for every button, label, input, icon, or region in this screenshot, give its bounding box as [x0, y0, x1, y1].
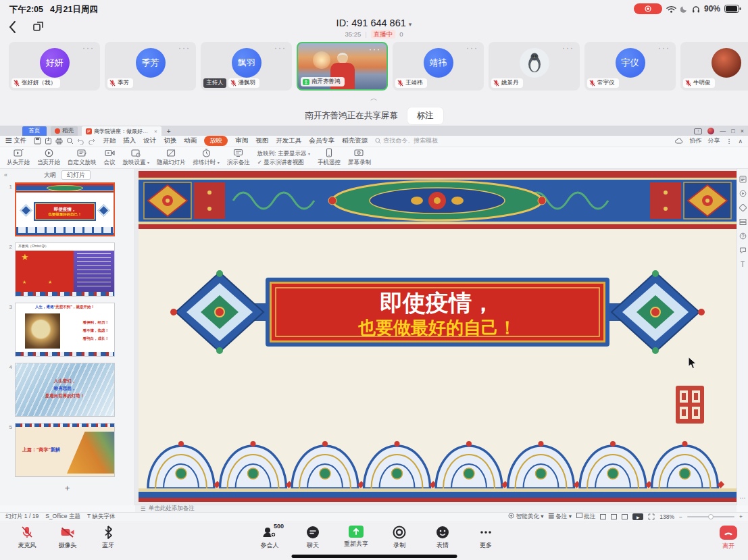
slideshow-play-button[interactable]: ▶ — [632, 513, 643, 520]
home-indicator[interactable] — [291, 555, 457, 558]
menu-slideshow-active[interactable]: 放映 — [204, 136, 228, 146]
smart-beautify-button[interactable]: 智能美化 ▾ — [508, 513, 543, 521]
zoom-out-button[interactable]: − — [679, 513, 682, 520]
participant-tile[interactable]: ··· 姚景丹 — [489, 42, 580, 91]
menu-developer[interactable]: 开发工具 — [276, 136, 301, 145]
file-menu[interactable]: ☰ 文件 — [5, 136, 26, 145]
properties-icon[interactable] — [739, 176, 747, 183]
zoom-slider-knob[interactable] — [708, 514, 714, 519]
selection-pane-icon[interactable] — [739, 218, 747, 226]
window-minimize-button[interactable]: — — [720, 128, 726, 134]
menu-view[interactable]: 视图 — [255, 136, 268, 145]
display-target-settings[interactable]: 放映到: 主要显示器 ▾ ✓ 显示演讲者视图 — [257, 149, 310, 166]
show-settings-button[interactable]: 放映设置 ▾ — [123, 149, 149, 167]
save-icon[interactable] — [34, 137, 41, 145]
reading-view-button[interactable] — [622, 514, 628, 519]
zoom-percent[interactable]: 138% — [659, 513, 674, 520]
zoom-in-button[interactable]: + — [739, 513, 743, 520]
reshare-button[interactable]: 重新共享 — [339, 526, 374, 550]
participant-tile[interactable]: ··· 季芳 季芳 — [105, 42, 196, 91]
tile-more-icon[interactable]: ··· — [369, 45, 381, 54]
tab-home[interactable]: 首页 — [22, 126, 47, 136]
menu-start[interactable]: 开始 — [103, 136, 116, 145]
participant-tile[interactable]: ··· 宇仪 常宇仪 — [584, 42, 676, 91]
help-icon[interactable] — [739, 232, 747, 240]
leave-button[interactable]: 离开 — [720, 526, 737, 551]
more-vert-icon[interactable]: ⋮ — [726, 138, 732, 145]
rehearse-timing-button[interactable]: 排练计时 ▾ — [193, 149, 219, 167]
meeting-button[interactable]: 会议 — [104, 149, 116, 167]
mic-button[interactable]: 麦克风 — [9, 526, 45, 550]
menu-design[interactable]: 设计 — [143, 136, 156, 145]
text-tool-icon[interactable]: T — [741, 261, 745, 268]
menu-insert[interactable]: 插入 — [123, 136, 136, 145]
undo-icon[interactable] — [77, 138, 84, 145]
tile-more-icon[interactable]: ··· — [562, 43, 574, 53]
presenter-notes-button[interactable]: 演示备注 — [227, 149, 250, 167]
tab-document[interactable]: P商学院讲座：做最好的自己.pptx× — [82, 126, 161, 136]
panel-collapse-icon[interactable]: « — [4, 172, 7, 178]
slide-thumb-2[interactable]: 2 齐善鸿（Christ Qi） ★ ★ ★ — [0, 243, 134, 297]
record-button[interactable]: 录制 — [382, 526, 417, 550]
notes-bar[interactable]: ☰ 单击此处添加备注 — [135, 505, 737, 512]
notice-icon[interactable]: ! — [694, 128, 702, 134]
comment-pane-icon[interactable] — [739, 247, 747, 254]
zoom-slider[interactable] — [687, 516, 734, 517]
notes-toggle[interactable]: ☰ 备注 ▾ — [548, 513, 572, 521]
chat-button[interactable]: 聊天 — [295, 526, 330, 550]
menu-animation[interactable]: 动画 — [184, 136, 197, 145]
tile-more-icon[interactable]: ··· — [466, 43, 478, 53]
screen-recording-indicator[interactable] — [634, 3, 662, 14]
outline-tab[interactable]: 大纲 — [44, 171, 56, 180]
bluetooth-button[interactable]: 蓝牙 — [91, 526, 126, 550]
share-button[interactable]: 分享 — [707, 136, 720, 145]
tab-docer[interactable]: 稻壳 — [51, 126, 78, 136]
participant-tile[interactable]: ··· 好妍 张好妍（我） — [9, 42, 100, 91]
comments-toggle[interactable]: 批注 — [576, 513, 595, 521]
tile-more-icon[interactable]: ··· — [178, 43, 191, 53]
slide-thumb-5[interactable]: 5 上篇：“商学”新解 — [0, 423, 134, 477]
menu-review[interactable]: 审阅 — [235, 136, 248, 145]
missing-font-warning[interactable]: T 缺失字体 — [87, 513, 115, 521]
open-in-window-button[interactable] — [32, 20, 45, 35]
slide-thumb-3[interactable]: 3 人生，遭遇“意想不到”，就是开始！ 看得到，经历！看不懂，焦虑！看明白，成长… — [0, 303, 134, 357]
participant-tile[interactable]: ··· 飘羽 主持人潘飘羽 — [201, 42, 292, 91]
command-search[interactable]: 查找命令、搜索模板 — [375, 136, 438, 145]
more-button[interactable]: 更多 — [468, 526, 503, 550]
phone-remote-button[interactable]: 手机遥控 — [318, 148, 341, 167]
menu-docer-resources[interactable]: 稻壳资源 — [342, 136, 368, 145]
wps-account-avatar[interactable] — [707, 128, 714, 134]
shape-fill-icon[interactable] — [739, 204, 747, 211]
add-slide-button[interactable]: + — [0, 483, 134, 493]
back-button[interactable] — [8, 20, 16, 36]
slide-canvas[interactable]: 即使疫情， 也要做最好的自己！ — [135, 169, 737, 505]
screen-record-button[interactable]: 屏幕录制 — [348, 149, 371, 167]
print-icon[interactable] — [55, 137, 63, 145]
tile-more-icon[interactable]: ··· — [274, 43, 286, 53]
slide-thumb-1[interactable]: 1 即使疫情，也要做最好的自己！ — [0, 182, 134, 236]
collapse-strip-chevron[interactable]: ︿ — [370, 93, 378, 103]
participant-tile-active-speaker[interactable]: ··· 南开齐善鸿 — [297, 42, 388, 91]
collaborate-button[interactable]: 协作 — [689, 136, 701, 145]
new-tab-button[interactable]: + — [167, 126, 171, 136]
normal-view-button[interactable] — [600, 514, 606, 519]
hide-slide-button[interactable]: 隐藏幻灯片 — [157, 149, 186, 167]
preview-icon[interactable] — [66, 137, 74, 145]
participants-button[interactable]: 500 参会人 — [252, 526, 287, 550]
emoji-button[interactable]: 表情 — [425, 526, 460, 550]
slides-tab[interactable]: 幻灯片 — [61, 170, 91, 180]
participant-tile[interactable]: 牛明俊 — [680, 42, 748, 91]
play-from-start-button[interactable]: 从头开始 — [7, 149, 30, 167]
window-restore-button[interactable]: □ — [731, 128, 734, 134]
tab-close-icon[interactable]: × — [154, 128, 157, 134]
menu-transition[interactable]: 切换 — [164, 136, 176, 145]
collapse-ribbon-icon[interactable]: ∧ — [738, 138, 743, 145]
annotate-button[interactable]: 标注 — [407, 107, 443, 124]
cloud-sync-icon[interactable] — [675, 138, 683, 144]
meeting-id[interactable]: ID: 491 644 861 ▾ — [336, 18, 412, 28]
slide-sorter-view-button[interactable] — [611, 514, 617, 519]
redo-icon[interactable] — [88, 138, 95, 145]
rail-more-icon[interactable]: ⋯ — [740, 494, 746, 501]
tile-more-icon[interactable]: ··· — [82, 43, 95, 53]
fit-window-icon[interactable] — [648, 513, 655, 520]
